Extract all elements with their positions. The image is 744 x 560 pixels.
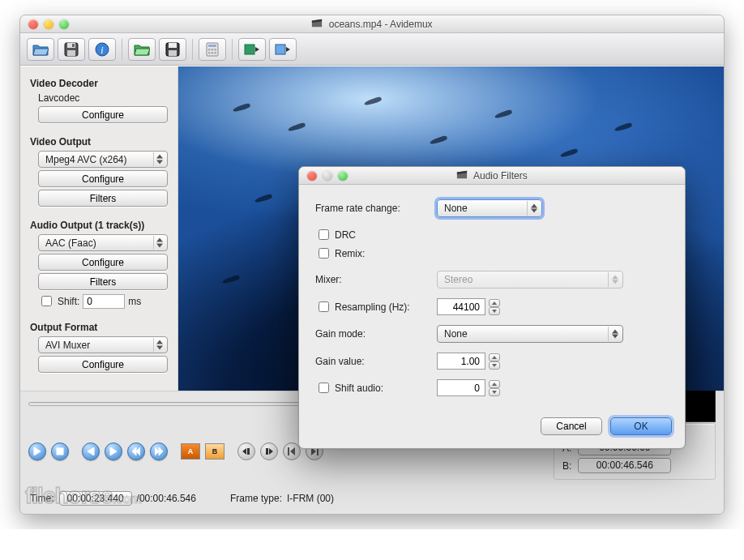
toolbar-separator bbox=[232, 39, 233, 60]
drc-checkbox[interactable] bbox=[319, 229, 329, 240]
selection-b-label: B: bbox=[562, 460, 571, 472]
close-icon[interactable] bbox=[307, 171, 317, 181]
next-black-frame-button[interactable] bbox=[260, 442, 278, 460]
svg-rect-10 bbox=[208, 45, 216, 47]
svg-rect-13 bbox=[214, 49, 216, 51]
status-bar: Time: 00:00:23.440 /00:00:46.546 Frame t… bbox=[20, 486, 724, 514]
chevron-updown-icon bbox=[527, 201, 540, 216]
svg-rect-2 bbox=[67, 50, 75, 56]
time-label: Time: bbox=[30, 493, 54, 504]
svg-rect-19 bbox=[57, 448, 63, 455]
toolbar-play-filtered-button[interactable] bbox=[238, 38, 266, 61]
toolbar-folder-open-button[interactable] bbox=[128, 38, 156, 61]
svg-rect-18 bbox=[276, 45, 285, 54]
gain-mode-select[interactable]: None bbox=[437, 325, 623, 343]
output-format-title: Output Format bbox=[30, 322, 169, 333]
audio-output-configure-button[interactable]: Configure bbox=[38, 254, 168, 271]
zoom-icon[interactable] bbox=[338, 171, 348, 181]
toolbar-save-disk-button[interactable] bbox=[159, 38, 186, 61]
resampling-checkbox[interactable] bbox=[319, 301, 329, 312]
framerate-select[interactable]: None bbox=[437, 199, 542, 217]
output-format-select[interactable]: AVI Muxer bbox=[38, 336, 168, 353]
zoom-icon[interactable] bbox=[59, 19, 69, 29]
remix-checkbox[interactable] bbox=[319, 248, 329, 259]
set-marker-b-button[interactable]: B bbox=[205, 443, 224, 460]
mixer-select: Stereo bbox=[437, 271, 623, 289]
app-window: oceans.mp4 - Avidemux i Video Decoder La… bbox=[19, 15, 725, 515]
video-output-select[interactable]: Mpeg4 AVC (x264) bbox=[38, 151, 168, 168]
audio-output-filters-button[interactable]: Filters bbox=[38, 273, 168, 290]
prev-black-frame-button[interactable] bbox=[237, 442, 255, 460]
clapperboard-icon bbox=[311, 17, 323, 31]
audio-output-selected: AAC (Faac) bbox=[45, 237, 96, 249]
svg-rect-15 bbox=[212, 52, 214, 54]
audio-shift-label: Shift: bbox=[58, 296, 79, 307]
video-output-configure-button[interactable]: Configure bbox=[38, 170, 168, 187]
gain-mode-label: Gain mode: bbox=[315, 328, 437, 340]
gain-value-input[interactable] bbox=[437, 353, 485, 370]
shift-audio-stepper[interactable] bbox=[489, 380, 500, 396]
dialog-titlebar: Audio Filters bbox=[299, 167, 685, 185]
svg-rect-20 bbox=[247, 448, 250, 455]
framerate-value: None bbox=[444, 203, 468, 214]
close-icon[interactable] bbox=[28, 19, 38, 29]
mixer-value: Stereo bbox=[444, 274, 472, 285]
video-output-title: Video Output bbox=[30, 136, 169, 147]
toolbar-separator bbox=[192, 39, 193, 60]
audio-shift-unit: ms bbox=[128, 296, 141, 307]
svg-rect-7 bbox=[169, 43, 177, 48]
svg-rect-3 bbox=[72, 44, 75, 47]
time-value[interactable]: 00:00:23.440 bbox=[59, 491, 132, 506]
shift-audio-input[interactable] bbox=[437, 379, 485, 396]
svg-rect-16 bbox=[214, 52, 216, 54]
output-format-configure-button[interactable]: Configure bbox=[38, 356, 168, 373]
resampling-label: Resampling (Hz): bbox=[335, 301, 410, 313]
prev-keyframe-button[interactable] bbox=[127, 442, 145, 460]
resampling-stepper[interactable] bbox=[489, 299, 500, 315]
toolbar-calculator-button[interactable] bbox=[199, 38, 226, 61]
set-marker-a-button[interactable]: A bbox=[181, 443, 200, 460]
toolbar-info-button[interactable]: i bbox=[88, 38, 116, 61]
play-button[interactable] bbox=[28, 442, 46, 460]
toolbar-export-button[interactable] bbox=[269, 38, 297, 61]
mixer-label: Mixer: bbox=[315, 274, 437, 285]
video-output-selected: Mpeg4 AVC (x264) bbox=[45, 154, 127, 165]
next-keyframe-button[interactable] bbox=[150, 442, 168, 460]
svg-rect-8 bbox=[169, 50, 177, 56]
next-frame-button[interactable] bbox=[105, 442, 122, 460]
shift-audio-checkbox[interactable] bbox=[319, 383, 329, 393]
svg-rect-14 bbox=[208, 52, 211, 54]
toolbar-open-button[interactable] bbox=[27, 38, 54, 61]
minimize-icon[interactable] bbox=[44, 19, 53, 29]
window-title: oceans.mp4 - Avidemux bbox=[329, 19, 433, 30]
audio-shift-input[interactable] bbox=[83, 294, 125, 309]
svg-rect-21 bbox=[266, 448, 268, 455]
framerate-label: Frame rate change: bbox=[315, 203, 437, 214]
chevron-updown-icon bbox=[608, 272, 621, 287]
prev-frame-button[interactable] bbox=[82, 442, 100, 460]
main-toolbar: i bbox=[20, 33, 724, 66]
video-output-filters-button[interactable]: Filters bbox=[38, 190, 168, 207]
toolbar-save-button[interactable] bbox=[58, 38, 85, 61]
ok-button[interactable]: OK bbox=[610, 417, 672, 435]
cancel-button[interactable]: Cancel bbox=[541, 417, 602, 435]
svg-rect-17 bbox=[245, 45, 254, 54]
drc-label: DRC bbox=[335, 229, 356, 241]
audio-filters-dialog: Audio Filters Frame rate change: None DR… bbox=[298, 166, 686, 449]
gain-value-stepper[interactable] bbox=[489, 353, 500, 370]
gain-value-label: Gain value: bbox=[315, 356, 437, 367]
gain-mode-value: None bbox=[444, 328, 468, 340]
selection-b-value[interactable]: 00:00:46.546 bbox=[578, 458, 671, 473]
svg-rect-11 bbox=[208, 49, 211, 51]
dialog-title: Audio Filters bbox=[473, 170, 528, 182]
resampling-input[interactable] bbox=[437, 298, 485, 315]
chevron-updown-icon bbox=[153, 338, 165, 352]
frametype-label: Frame type: bbox=[230, 493, 282, 504]
frametype-value: I-FRM (00) bbox=[287, 493, 334, 504]
stop-button[interactable] bbox=[51, 442, 69, 460]
video-decoder-configure-button[interactable]: Configure bbox=[38, 106, 168, 123]
audio-shift-checkbox[interactable] bbox=[41, 296, 52, 306]
sidebar: Video Decoder Lavcodec Configure Video O… bbox=[20, 66, 178, 391]
video-decoder-title: Video Decoder bbox=[30, 78, 169, 89]
audio-output-select[interactable]: AAC (Faac) bbox=[38, 234, 168, 251]
